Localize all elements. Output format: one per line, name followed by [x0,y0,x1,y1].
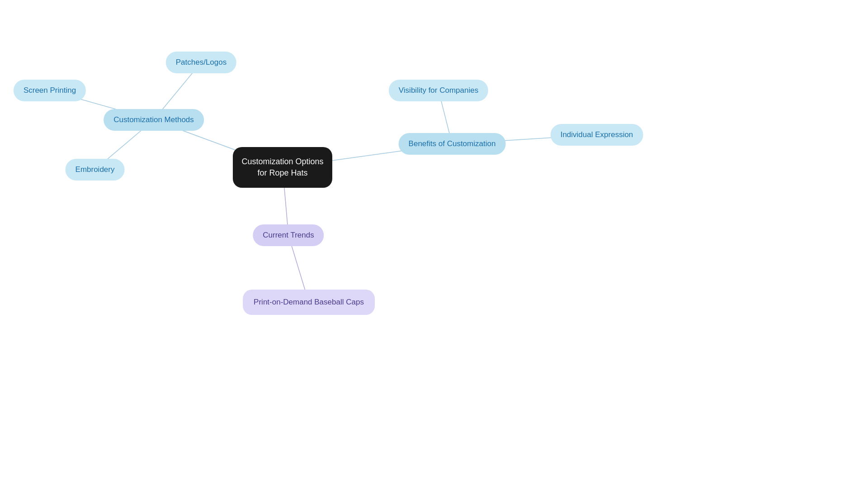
screen-printing-node[interactable]: Screen Printing [14,80,86,101]
mind-map: Customization Options for Rope HatsCusto… [0,0,868,490]
embroidery-node[interactable]: Embroidery [66,159,125,181]
patches-logos-node[interactable]: Patches/Logos [166,52,236,73]
benefits-node[interactable]: Benefits of Customization [399,133,506,155]
connections-svg [0,0,868,490]
print-on-demand-node[interactable]: Print-on-Demand Baseball Caps [243,290,375,315]
central-node[interactable]: Customization Options for Rope Hats [233,147,332,188]
individual-expression-node[interactable]: Individual Expression [551,124,643,146]
customization-methods-node[interactable]: Customization Methods [104,109,204,131]
visibility-node[interactable]: Visibility for Companies [389,80,488,101]
current-trends-node[interactable]: Current Trends [253,224,324,246]
